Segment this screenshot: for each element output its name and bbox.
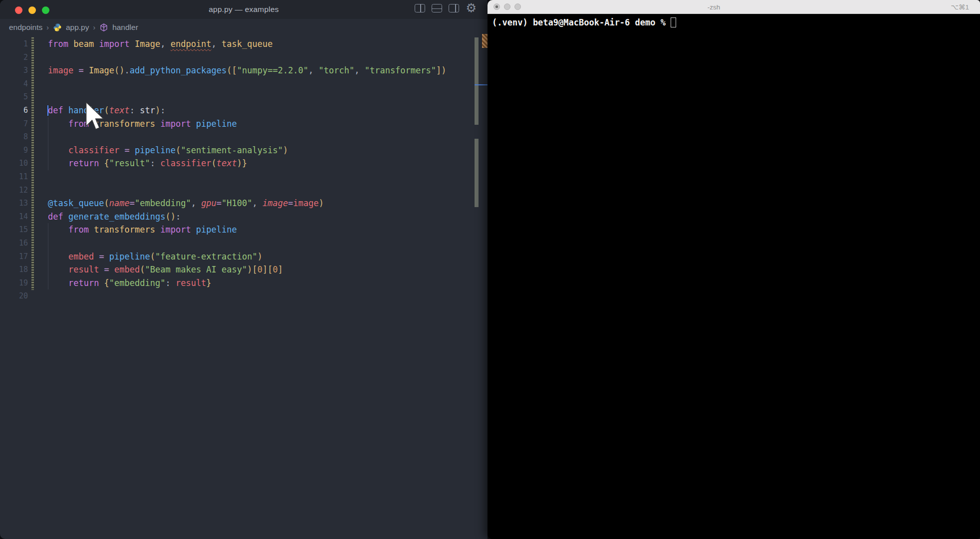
breadcrumb-symbol[interactable]: handler xyxy=(112,23,138,32)
code-token: ) xyxy=(283,145,288,155)
code-line[interactable]: 18 result = embed("Beam makes AI easy")[… xyxy=(0,263,488,276)
chevron-right-icon: › xyxy=(93,23,95,31)
code-token: ( xyxy=(104,105,109,115)
code-token: = xyxy=(94,252,109,262)
code-text: @task_queue(name="embedding", gpu="H100"… xyxy=(28,197,324,210)
split-editor-vertical-icon[interactable] xyxy=(415,4,425,12)
code-text: from transformers import pipeline xyxy=(28,223,237,237)
overview-warning-marker xyxy=(482,34,488,48)
code-token: "Beam makes AI easy" xyxy=(145,265,247,274)
terminal-shortcut-badge: ⌥⌘1 xyxy=(951,3,969,11)
code-token: : xyxy=(150,158,160,168)
code-line[interactable]: 13@task_queue(name="embedding", gpu="H10… xyxy=(0,197,488,210)
code-token: embed xyxy=(114,265,140,274)
line-number: 3 xyxy=(0,64,28,77)
line-number: 9 xyxy=(0,144,28,157)
editor-titlebar[interactable]: app.py — examples ⚙ xyxy=(0,0,488,19)
code-token: = xyxy=(288,198,293,208)
line-number: 20 xyxy=(0,289,28,303)
code-text: return {"result": classifier(text)} xyxy=(28,157,247,170)
code-token: , xyxy=(354,65,364,75)
code-text: image = Image().add_python_packages(["nu… xyxy=(28,64,446,77)
code-line[interactable]: 12 xyxy=(0,184,488,197)
code-token: Image xyxy=(89,65,114,75)
code-line[interactable]: 10 return {"result": classifier(text)} xyxy=(0,157,488,170)
code-line[interactable]: 6def handler(text: str): xyxy=(0,104,488,117)
code-line[interactable]: 3image = Image().add_python_packages(["n… xyxy=(0,64,488,77)
code-token: text xyxy=(109,105,130,115)
code-token: ( xyxy=(212,158,217,168)
code-line[interactable]: 8 xyxy=(0,130,488,144)
code-token: ( xyxy=(176,145,181,155)
code-token: classifier xyxy=(68,145,119,155)
code-token: from xyxy=(48,39,73,49)
code-token xyxy=(48,265,68,274)
terminal-window: -zsh ⌥⌘1 (.venv) beta9@MacBook-Air-6 dem… xyxy=(488,0,980,539)
code-line[interactable]: 14def generate_embeddings(): xyxy=(0,210,488,224)
code-token: "torch" xyxy=(319,65,355,75)
code-token: )} xyxy=(237,158,247,168)
code-token: def xyxy=(48,105,68,115)
code-token: embed xyxy=(68,252,94,262)
code-line[interactable]: 7 from transformers import pipeline xyxy=(0,117,488,131)
breadcrumb-file[interactable]: app.py xyxy=(66,23,89,32)
indent-guide xyxy=(48,117,48,170)
code-line[interactable]: 15 from transformers import pipeline xyxy=(0,223,488,237)
line-number: 17 xyxy=(0,250,28,264)
code-line[interactable]: 2 xyxy=(0,51,488,64)
code-lines: 1from beam import Image, endpoint, task_… xyxy=(0,37,488,303)
code-token xyxy=(48,252,68,262)
terminal-title: -zsh xyxy=(468,0,960,14)
line-number: 13 xyxy=(0,197,28,210)
code-line[interactable]: 1from beam import Image, endpoint, task_… xyxy=(0,37,488,51)
code-text xyxy=(28,184,48,197)
code-text: embed = pipeline("feature-extraction") xyxy=(28,250,262,264)
code-token: = xyxy=(73,65,89,75)
code-token: @task_queue xyxy=(48,198,104,208)
toggle-secondary-sidebar-icon[interactable] xyxy=(449,4,459,12)
breadcrumb-folder[interactable]: endpoints xyxy=(9,23,42,32)
code-token xyxy=(48,225,68,235)
terminal-titlebar[interactable]: -zsh ⌥⌘1 xyxy=(488,0,980,14)
code-token: ( xyxy=(104,198,109,208)
code-token: from xyxy=(68,225,94,235)
code-line[interactable]: 9 classifier = pipeline("sentiment-analy… xyxy=(0,144,488,157)
code-token: text xyxy=(217,158,237,168)
code-text xyxy=(28,77,48,91)
code-token: import xyxy=(94,39,135,49)
code-line[interactable]: 5 xyxy=(0,90,488,104)
modified-lines-gutter-marker xyxy=(31,37,34,290)
line-number: 11 xyxy=(0,170,28,184)
code-token: "transformers" xyxy=(365,65,436,75)
code-text: def generate_embeddings(): xyxy=(28,210,181,224)
code-token: image xyxy=(48,65,73,75)
code-token: 0 xyxy=(257,265,262,274)
indent-guide xyxy=(48,223,48,289)
breadcrumb: endpoints › app.py › handler xyxy=(0,19,488,36)
code-token: , xyxy=(252,198,262,208)
code-token: task_queue xyxy=(222,39,272,49)
code-area[interactable]: 1from beam import Image, endpoint, task_… xyxy=(0,37,488,539)
code-line[interactable]: 19 return {"embedding": result} xyxy=(0,276,488,290)
code-token: "embedding" xyxy=(109,278,166,288)
terminal-cursor xyxy=(671,17,676,27)
code-token: , xyxy=(160,39,170,49)
line-number: 1 xyxy=(0,37,28,51)
code-line[interactable]: 4 xyxy=(0,77,488,91)
code-token: "feature-extraction" xyxy=(155,252,257,262)
scrollbar-diff-marker[interactable] xyxy=(475,37,479,125)
code-line[interactable]: 16 xyxy=(0,237,488,250)
code-line[interactable]: 11 xyxy=(0,170,488,184)
terminal-content[interactable]: (.venv) beta9@MacBook-Air-6 demo % xyxy=(488,14,980,539)
code-line[interactable]: 20 xyxy=(0,289,488,303)
line-number: 10 xyxy=(0,157,28,170)
code-text xyxy=(28,51,48,64)
line-number: 19 xyxy=(0,276,28,290)
code-token: : xyxy=(130,105,140,115)
scrollbar-diff-marker[interactable] xyxy=(475,139,479,207)
code-token: classifier xyxy=(160,158,211,168)
code-token: ][ xyxy=(262,265,272,274)
code-token: ) xyxy=(257,252,262,262)
code-line[interactable]: 17 embed = pipeline("feature-extraction"… xyxy=(0,250,488,264)
toggle-panel-icon[interactable] xyxy=(432,4,442,12)
